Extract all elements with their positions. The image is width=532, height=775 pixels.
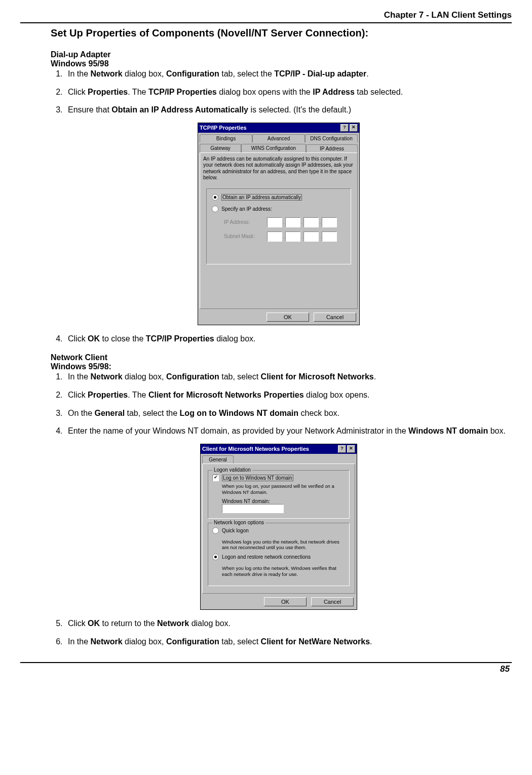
tcpip-properties-dialog: TCP/IP Properties ? ✕ Bindings Advanced …: [198, 123, 360, 325]
chapter-header: Chapter 7 - LAN Client Settings: [20, 10, 512, 22]
page-number: 85: [20, 664, 512, 674]
cancel-button[interactable]: Cancel: [311, 597, 354, 606]
group-legend: Logon validation: [212, 467, 252, 473]
radio-logon-restore[interactable]: Logon and restore network connections: [212, 554, 345, 560]
help-icon[interactable]: ?: [338, 445, 346, 453]
ip-address-label: IP Address:: [224, 219, 267, 225]
subnet-mask-input[interactable]: ...: [267, 231, 337, 242]
logon-validation-group: Logon validation ✔ Log on to Windows NT …: [208, 470, 350, 519]
radio-quick-logon[interactable]: Quick logon: [212, 527, 345, 534]
ip-group: Obtain an IP address automatically Speci…: [206, 188, 351, 264]
radio-label: Quick logon: [222, 528, 249, 533]
radio-icon: [212, 554, 219, 560]
tab-dns-configuration[interactable]: DNS Configuration: [305, 134, 358, 142]
dialup-steps: In the Network dialog box, Configuration…: [51, 68, 507, 115]
radio-specify-ip[interactable]: Specify an IP address:: [212, 206, 346, 212]
section-title: Set Up Properties of Components (Novell/…: [51, 27, 507, 39]
subnet-mask-label: Subnet Mask:: [224, 234, 267, 239]
ok-button[interactable]: OK: [267, 313, 309, 322]
tab-page: An IP address can be automatically assig…: [200, 152, 358, 309]
ok-button[interactable]: OK: [264, 597, 307, 606]
netclient-heading-2: Windows 95/98:: [51, 362, 507, 371]
radio-icon: [212, 206, 218, 212]
close-icon[interactable]: ✕: [350, 124, 358, 132]
step-1: In the Network dialog box, Configuration…: [65, 68, 507, 80]
network-logon-options-group: Network logon options Quick logon Window…: [208, 523, 350, 587]
checkbox-label: Log on to Windows NT domain: [222, 475, 293, 481]
radio-label: Specify an IP address:: [221, 206, 272, 212]
tab-gateway[interactable]: Gateway: [200, 144, 241, 152]
radio-description: When you log onto the network, Windows v…: [222, 565, 345, 577]
logon-nt-domain-checkbox[interactable]: ✔ Log on to Windows NT domain: [212, 475, 345, 481]
tab-ip-address[interactable]: IP Address: [306, 144, 358, 153]
group-legend: Network logon options: [212, 520, 265, 525]
step-4: Click OK to close the TCP/IP Properties …: [65, 333, 507, 344]
checkbox-icon: ✔: [212, 475, 219, 481]
dialog-titlebar: Client for Microsoft Networks Properties…: [201, 444, 357, 454]
step-1: In the Network dialog box, Configuration…: [65, 371, 507, 382]
footer-rule: [20, 662, 512, 663]
dialog-title: Client for Microsoft Networks Properties: [202, 446, 309, 452]
step-5: Click OK to return to the Network dialog…: [65, 618, 507, 629]
domain-label: Windows NT domain:: [222, 498, 345, 504]
nt-domain-input[interactable]: [222, 504, 284, 513]
netclient-heading-1: Network Client: [51, 353, 507, 362]
netclient-steps-cont: Click OK to return to the Network dialog…: [51, 618, 507, 647]
tab-bindings[interactable]: Bindings: [200, 134, 252, 142]
radio-label: Logon and restore network connections: [222, 554, 311, 560]
close-icon[interactable]: ✕: [347, 445, 355, 453]
radio-obtain-auto[interactable]: Obtain an IP address automatically: [212, 194, 346, 201]
step-3: On the General tab, select the Log on to…: [65, 408, 507, 419]
step-6: In the Network dialog box, Configuration…: [65, 636, 507, 647]
dialog-title: TCP/IP Properties: [200, 125, 247, 131]
client-msnetworks-dialog: Client for Microsoft Networks Properties…: [200, 444, 357, 610]
step-2: Click Properties. The Client for Microso…: [65, 390, 507, 401]
tab-page: Logon validation ✔ Log on to Windows NT …: [202, 463, 355, 594]
dialup-steps-cont: Click OK to close the TCP/IP Properties …: [51, 333, 507, 344]
header-rule: [20, 22, 512, 23]
netclient-steps: In the Network dialog box, Configuration…: [51, 371, 507, 436]
ip-address-row: IP Address: ...: [224, 217, 346, 227]
help-icon[interactable]: ?: [340, 124, 349, 132]
dialup-heading-2: Windows 95/98: [51, 59, 507, 68]
tab-advanced[interactable]: Advanced: [252, 134, 305, 142]
tab-wins-configuration[interactable]: WINS Configuration: [241, 144, 306, 152]
step-4: Enter the name of your Windows NT domain…: [65, 425, 507, 437]
radio-label: Obtain an IP address automatically: [221, 194, 302, 201]
dialup-heading-1: Dial-up Adapter: [51, 50, 507, 59]
ip-address-input[interactable]: ...: [267, 217, 337, 227]
step-3: Ensure that Obtain an IP Address Automat…: [65, 104, 507, 115]
tab-general[interactable]: General: [202, 455, 234, 463]
dialog-titlebar: TCP/IP Properties ? ✕: [198, 123, 359, 133]
radio-icon: [212, 194, 218, 201]
step-2: Click Properties. The TCP/IP Properties …: [65, 87, 507, 98]
help-text: An IP address can be automatically assig…: [203, 156, 354, 181]
cancel-button[interactable]: Cancel: [314, 313, 356, 322]
checkbox-description: When you log on, your password will be v…: [222, 483, 345, 495]
radio-icon: [212, 527, 219, 534]
subnet-mask-row: Subnet Mask: ...: [224, 231, 346, 242]
radio-description: Windows logs you onto the network, but n…: [222, 539, 345, 551]
